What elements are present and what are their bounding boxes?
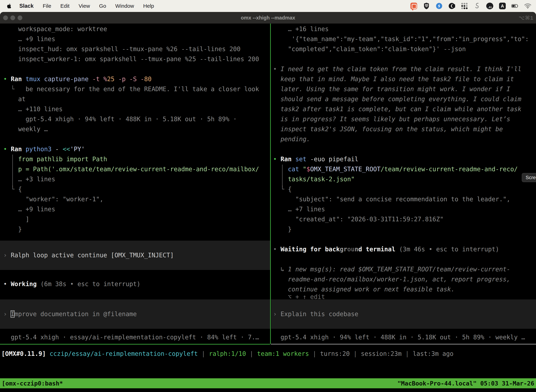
- terminal-line: weekly …: [3, 124, 48, 134]
- text-segment: … +9 lines: [3, 36, 55, 42]
- text-segment: 'PY': [70, 146, 85, 153]
- terminal-line: … +7 lines: [273, 204, 325, 214]
- text-segment: team:1 workers: [257, 350, 309, 357]
- text-segment: mprove documentation in @filename: [14, 311, 137, 317]
- text-segment: inspect_hud: omx sparkshell --tmux-pane …: [3, 46, 241, 52]
- text-segment: n: [355, 246, 358, 253]
- terminal-line: • I need to get the claim token from the…: [273, 64, 522, 74]
- terminal-line: … +9 lines: [3, 204, 55, 214]
- text-segment: … +9 lines: [3, 206, 55, 213]
- menu-item-view[interactable]: View: [79, 3, 90, 9]
- text-segment: last:3m ago: [413, 350, 454, 357]
- wifi-icon[interactable]: [524, 2, 531, 10]
- terminal-line: cat "$OMX_TEAM_STATE_ROOT/team/review-cu…: [273, 164, 518, 174]
- terminal-line: p = Path('.omx/state/team/review-current…: [3, 164, 259, 174]
- text-segment: •: [273, 65, 281, 73]
- text-segment: {: [18, 186, 22, 193]
- menu-item-edit[interactable]: Edit: [60, 3, 69, 9]
- text-segment: -t: [92, 75, 103, 83]
- sync-badge-icon[interactable]: [436, 2, 443, 10]
- text-segment: task2 after task1 is complete, but can I…: [273, 106, 522, 112]
- text-segment: }: [273, 226, 292, 233]
- prompt-box[interactable]: › Ralph loop active continue [OMX_TMUX_I…: [0, 241, 270, 270]
- battery-charge-icon[interactable]: [511, 2, 519, 10]
- tmux-host-clock: "MacBook-Pro-44.local" 05:03 31-Mar-26: [397, 380, 534, 387]
- text-segment: … +16 lines: [273, 25, 329, 33]
- chat-app-icon[interactable]: [410, 2, 417, 10]
- shield-grid-icon[interactable]: [423, 2, 430, 10]
- dots-grid-icon[interactable]: [461, 2, 468, 10]
- terminal-line: task2 after task1 is complete, but can I…: [273, 104, 522, 114]
- text-segment: [273, 166, 288, 173]
- text-segment: ›: [3, 252, 11, 259]
- menu-item-slack[interactable]: Slack: [19, 3, 34, 9]
- menu-item-go[interactable]: Go: [99, 3, 106, 9]
- text-segment: }: [3, 226, 22, 233]
- text-segment: (6m 38s • esc to interrupt): [40, 280, 140, 288]
- text-segment: capture-pane: [44, 75, 92, 83]
- terminal-line: inspect task2's JSON, focusing on the st…: [273, 124, 503, 134]
- prompt-box[interactable]: › Explain this codebase: [271, 299, 536, 329]
- tmux-pane-right[interactable]: … +16 lines '{"team_name":"my-team","tas…: [271, 23, 536, 344]
- terminal-line: • Waiting for background terminal (3m 46…: [273, 244, 499, 254]
- terminal-line: inspect_hud: omx sparkshell --tmux-pane …: [3, 44, 241, 54]
- text-segment: [OMX#0.11.9]: [1, 350, 46, 357]
- terminal-line: gpt-5.4 xhigh · 94% left · 488K in · 5.1…: [273, 332, 525, 342]
- terminal-line: … +110 lines: [3, 104, 62, 114]
- text-segment: └: [3, 85, 25, 93]
- menu-bar: SlackFileEditViewGoWindowHelp: [0, 0, 536, 12]
- text-segment: 80: [144, 75, 152, 83]
- tooltip-label: Scre: [526, 175, 536, 180]
- text-segment: Ran: [11, 146, 25, 153]
- text-segment: Ralph loop active continue [OMX_TMUX_INJ…: [11, 252, 174, 259]
- text-segment: ›: [3, 311, 11, 317]
- text-segment: "created_at": "2026-03-31T11:59:27.816Z": [273, 216, 444, 223]
- text-segment: {: [288, 186, 292, 193]
- text-segment: <<: [62, 146, 70, 153]
- terminal-line: keep that in mind. Maybe I also need the…: [273, 74, 514, 84]
- text-segment: •: [3, 75, 11, 83]
- text-segment: readme-and-reco/mailbox/worker-1.json, a…: [273, 276, 510, 283]
- text-segment: ⌥ + ↑ edit: [273, 293, 325, 300]
- title-bar[interactable]: omx --xhigh --madmax ⌥⌘1: [0, 12, 536, 23]
- terminal-line: later. Using the same for transition mig…: [273, 84, 510, 94]
- terminal-content[interactable]: workspace_mode: worktree … +9 lines insp…: [0, 23, 536, 392]
- text-segment: python3: [25, 146, 55, 153]
- terminal-line: should send a message before completing …: [273, 94, 522, 104]
- a-key-icon[interactable]: A: [499, 2, 506, 10]
- terminal-line: … +16 lines: [273, 24, 329, 34]
- text-segment: ]: [3, 216, 29, 223]
- text-segment: gpt-5.4 xhigh · 94% left · 488K in · 5.1…: [3, 116, 237, 123]
- terminal-line: └ {: [3, 184, 22, 194]
- text-segment: should send a message before completing …: [273, 96, 522, 103]
- text-segment: |: [402, 350, 413, 357]
- hud-status-line: [OMX#0.11.9] cczip/essay/ai-reimplementa…: [0, 349, 536, 359]
- terminal-line: … +9 lines: [3, 34, 55, 44]
- tmux-pane-left[interactable]: workspace_mode: worktree … +9 lines insp…: [0, 23, 270, 344]
- text-segment: inspect task2's JSON, focusing on the st…: [273, 126, 503, 133]
- snake-icon[interactable]: [474, 2, 481, 10]
- terminal-line: › Improve documentation in @filename: [3, 309, 137, 319]
- text-segment: └: [3, 186, 18, 193]
- dark-disc-icon[interactable]: [448, 2, 455, 10]
- menu-item-file[interactable]: File: [43, 3, 51, 9]
- terminal-line: › Explain this codebase: [273, 309, 358, 319]
- text-segment: Ran: [11, 75, 25, 83]
- menu-item-window[interactable]: Window: [115, 3, 134, 9]
- text-segment: -euo pipefail: [310, 156, 358, 163]
- text-segment: •: [273, 246, 281, 253]
- prompt-box[interactable]: › Improve documentation in @filename: [0, 299, 270, 329]
- terminal-line: └ be necessary for the end of the README…: [3, 84, 259, 94]
- menu-item-help[interactable]: Help: [143, 3, 154, 9]
- apple-menu-icon[interactable]: [6, 2, 12, 9]
- battery-61-badge-icon[interactable]: ..61: [486, 2, 493, 10]
- text-segment: └: [273, 186, 288, 193]
- terminal-line: └ {: [273, 184, 292, 194]
- text-segment: -p -S -: [118, 75, 144, 83]
- pane-border-right-bottom: [271, 344, 536, 344]
- pane-divider[interactable]: [270, 23, 271, 344]
- text-segment: turns:20: [320, 350, 350, 357]
- text-segment: OMX_TEAM_STATE_ROOT: [310, 166, 381, 173]
- terminal-line: gpt-5.4 xhigh · essay/ai-reimplementatio…: [3, 332, 259, 342]
- text-cursor: I: [11, 311, 14, 317]
